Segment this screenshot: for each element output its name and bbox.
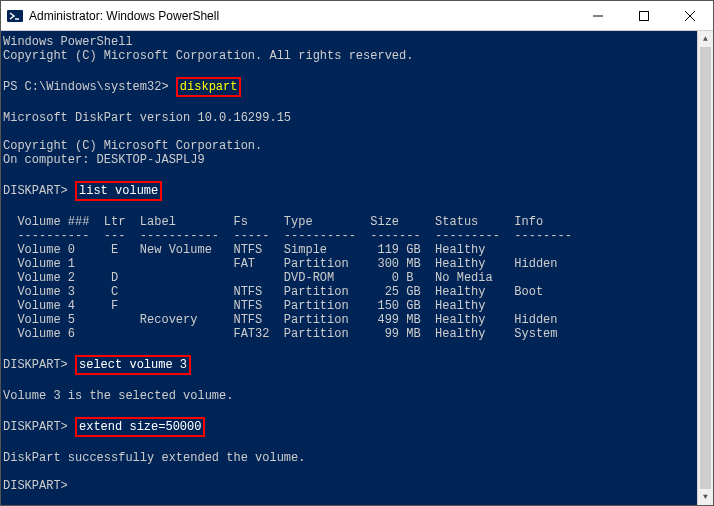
header-line1: Windows PowerShell [3, 35, 713, 49]
titlebar: Administrator: Windows PowerShell [1, 1, 713, 31]
scroll-down-icon[interactable]: ▼ [698, 489, 713, 505]
terminal-content: Windows PowerShell Copyright (C) Microso… [1, 31, 713, 505]
cmd-extend: extend size=50000 [79, 420, 201, 434]
diskpart-copyright: Copyright (C) Microsoft Corporation. [3, 139, 713, 153]
scroll-up-icon[interactable]: ▲ [698, 31, 713, 47]
prompt-select-volume: DISKPART> select volume 3 [3, 355, 713, 375]
table-row: Volume 3 C NTFS Partition 25 GB Healthy … [3, 285, 713, 299]
prompt-final: DISKPART> [3, 479, 713, 493]
minimize-button[interactable] [575, 1, 621, 30]
powershell-icon [7, 8, 23, 24]
scrollbar-track[interactable] [698, 47, 713, 489]
diskpart-version: Microsoft DiskPart version 10.0.16299.15 [3, 111, 713, 125]
table-row: Volume 0 E New Volume NTFS Simple 119 GB… [3, 243, 713, 257]
dp-prompt: DISKPART> [3, 358, 75, 372]
table-row: Volume 1 FAT Partition 300 MB Healthy Hi… [3, 257, 713, 271]
extend-result: DiskPart successfully extended the volum… [3, 451, 713, 465]
svg-rect-3 [640, 11, 649, 20]
blank [3, 97, 713, 111]
blank [3, 437, 713, 451]
table-row: Volume 6 FAT32 Partition 99 MB Healthy S… [3, 327, 713, 341]
select-result: Volume 3 is the selected volume. [3, 389, 713, 403]
prompt-list-volume: DISKPART> list volume [3, 181, 713, 201]
cmd-diskpart: diskpart [180, 80, 238, 94]
terminal[interactable]: Windows PowerShell Copyright (C) Microso… [1, 31, 713, 505]
blank [3, 201, 713, 215]
blank [3, 341, 713, 355]
table-row: Volume 5 Recovery NTFS Partition 499 MB … [3, 313, 713, 327]
scrollbar[interactable]: ▲ ▼ [697, 31, 713, 505]
cmd-list-volume: list volume [79, 184, 158, 198]
volume-table-body: Volume 0 E New Volume NTFS Simple 119 GB… [3, 243, 713, 341]
table-divider: ---------- --- ----------- ----- -------… [3, 229, 713, 243]
blank [3, 465, 713, 479]
blank [3, 63, 713, 77]
maximize-button[interactable] [621, 1, 667, 30]
blank [3, 403, 713, 417]
blank [3, 125, 713, 139]
table-row: Volume 2 D DVD-ROM 0 B No Media [3, 271, 713, 285]
blank [3, 167, 713, 181]
table-header: Volume ### Ltr Label Fs Type Size Status… [3, 215, 713, 229]
ps-prompt: PS C:\Windows\system32> [3, 80, 176, 94]
header-line2: Copyright (C) Microsoft Corporation. All… [3, 49, 713, 63]
cmd-select-volume: select volume 3 [79, 358, 187, 372]
window-title: Administrator: Windows PowerShell [29, 9, 575, 23]
dp-prompt: DISKPART> [3, 420, 75, 434]
scrollbar-thumb[interactable] [700, 47, 711, 489]
window-controls [575, 1, 713, 30]
table-row: Volume 4 F NTFS Partition 150 GB Healthy [3, 299, 713, 313]
prompt-diskpart: PS C:\Windows\system32> diskpart [3, 77, 713, 97]
prompt-extend: DISKPART> extend size=50000 [3, 417, 713, 437]
diskpart-computer: On computer: DESKTOP-JASPLJ9 [3, 153, 713, 167]
blank [3, 375, 713, 389]
close-button[interactable] [667, 1, 713, 30]
dp-prompt: DISKPART> [3, 184, 75, 198]
